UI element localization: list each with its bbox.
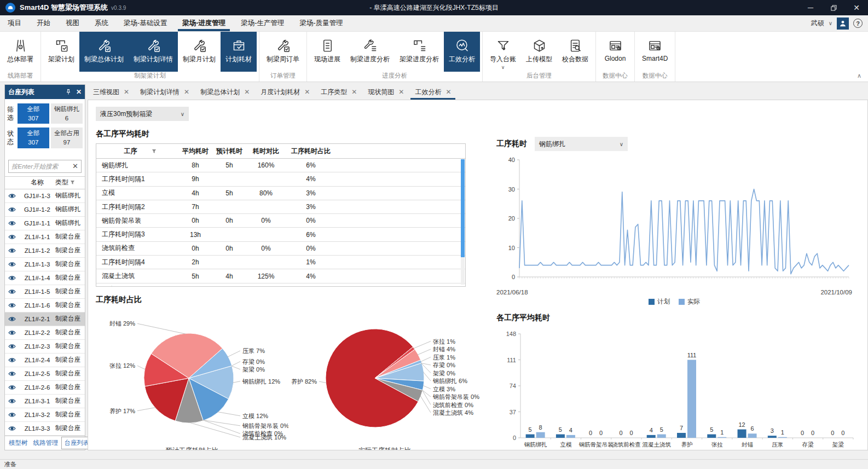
ribbon-button[interactable]: 上传模型	[521, 32, 557, 72]
pedestal-row[interactable]: ZL1#-1-2制梁台座	[5, 244, 85, 258]
eye-visibility-icon[interactable]	[5, 398, 19, 404]
col-header[interactable]: 平均耗时	[178, 147, 212, 156]
beam-type-dropdown[interactable]: 液压30m预制箱梁 ∨	[96, 107, 189, 121]
menu-item[interactable]: 梁场-生产管理	[233, 15, 292, 31]
menu-item[interactable]: 项目	[0, 15, 29, 31]
pedestal-row[interactable]: ZL1#-1-6制梁台座	[5, 299, 85, 312]
pedestal-row[interactable]: ZL1#-2-1制梁台座	[5, 312, 85, 326]
pedestal-row[interactable]: ZL1#-2-6制梁台座	[5, 381, 85, 395]
pin-icon[interactable]	[65, 89, 72, 95]
pedestal-row[interactable]: ZL1#-3-2制梁台座	[5, 408, 85, 422]
filter-rebar-button[interactable]: 钢筋绑扎 6	[51, 103, 83, 124]
eye-visibility-icon[interactable]	[5, 343, 19, 350]
table-row[interactable]: 钢筋绑扎8h5h160%6%	[96, 159, 465, 172]
pedestal-row[interactable]: GJ1#-1-2钢筋绑扎	[5, 203, 85, 217]
ribbon-button[interactable]: 计划耗材	[221, 32, 257, 72]
legend-item[interactable]: 计划	[649, 298, 670, 306]
pedestal-row[interactable]: ZL1#-3-1制梁台座	[5, 395, 85, 408]
ribbon-button[interactable]: 制梁月计划	[178, 32, 221, 72]
eye-visibility-icon[interactable]	[5, 329, 19, 336]
user-name[interactable]: 武硕	[811, 19, 824, 28]
ribbon-button[interactable]: 校合数据	[557, 32, 593, 72]
pedestal-row[interactable]: ZL1#-2-4制梁台座	[5, 354, 85, 367]
table-scrollbar[interactable]	[461, 159, 465, 285]
status-all-button[interactable]: 全部 307	[18, 128, 49, 148]
eye-visibility-icon[interactable]	[5, 384, 19, 391]
doc-tab[interactable]: 三维视图✕	[88, 84, 135, 100]
tab-close-icon[interactable]: ✕	[445, 88, 451, 96]
doc-tab[interactable]: 制梁计划详情✕	[135, 84, 195, 100]
eye-visibility-icon[interactable]	[5, 316, 19, 322]
menu-item[interactable]: 梁场-基础设置	[116, 15, 175, 31]
table-row[interactable]: 钢筋骨架吊装0h0h0%0%	[96, 214, 465, 228]
process-dropdown[interactable]: 钢筋绑扎 ∨	[535, 137, 628, 151]
menu-item[interactable]: 系统	[87, 15, 116, 31]
eye-visibility-icon[interactable]	[5, 247, 19, 254]
table-row[interactable]: 浇筑前检查0h0h0%0%	[96, 242, 465, 256]
ribbon-button[interactable]: Smart4D	[637, 32, 673, 72]
menu-item[interactable]: 开始	[29, 15, 58, 31]
restore-icon[interactable]	[822, 0, 845, 15]
minimize-icon[interactable]: ─	[799, 0, 822, 15]
legend-item[interactable]: 实际	[679, 298, 700, 306]
ribbon-button[interactable]: 制梁计划详情	[129, 32, 178, 72]
doc-tab[interactable]: 月度计划耗材✕	[255, 84, 315, 100]
menu-item[interactable]: 视图	[58, 15, 87, 31]
pedestal-row[interactable]: GJ1#-1-1钢筋绑扎	[5, 217, 85, 230]
menu-item[interactable]: 梁场-进度管理	[175, 15, 233, 31]
pedestal-row[interactable]: ZL1#-3-3制梁台座	[5, 422, 85, 436]
pedestal-row[interactable]: GJ1#-1-3钢筋绑扎	[5, 189, 85, 203]
pedestal-row[interactable]: ZL1#-1-1制梁台座	[5, 230, 85, 244]
ribbon-button[interactable]: 架梁计划	[43, 32, 79, 72]
doc-tab[interactable]: 工效分析✕	[409, 84, 456, 100]
table-row[interactable]: 立模4h5h80%3%	[96, 187, 465, 200]
column-name[interactable]: 名称	[19, 178, 55, 187]
eye-visibility-icon[interactable]	[5, 302, 19, 309]
pedestal-row[interactable]: ZL1#-2-2制梁台座	[5, 326, 85, 340]
filter-all-button[interactable]: 全部 307	[18, 103, 49, 124]
tab-close-icon[interactable]: ✕	[351, 88, 357, 96]
col-header[interactable]: 耗时对比	[246, 147, 286, 156]
tab-close-icon[interactable]: ✕	[304, 88, 310, 96]
ribbon-button[interactable]: 制梁进度分析	[345, 32, 395, 72]
pedestal-row[interactable]: ZL1#-1-5制梁台座	[5, 285, 85, 299]
eye-visibility-icon[interactable]	[5, 275, 19, 281]
eye-visibility-icon[interactable]	[5, 234, 19, 240]
ribbon-button[interactable]: 导入台账∨	[485, 32, 521, 72]
dock-tab[interactable]: 模型树	[6, 437, 31, 449]
eye-visibility-icon[interactable]	[5, 425, 19, 432]
pedestal-row[interactable]: ZL1#-2-5制梁台座	[5, 367, 85, 381]
table-row[interactable]: 工序耗时间隔19h4%	[96, 172, 465, 186]
eye-visibility-icon[interactable]	[5, 193, 19, 199]
table-row[interactable]: 工序耗时间隔50h2%	[96, 283, 465, 287]
ribbon-button[interactable]: 总体部署	[2, 32, 38, 72]
search-clear-icon[interactable]: ✕	[72, 162, 78, 170]
pedestal-row[interactable]: ZL1#-1-4制梁台座	[5, 271, 85, 285]
ribbon-button[interactable]: Glodon	[598, 32, 632, 72]
panel-close-icon[interactable]: ✕	[76, 88, 82, 96]
ribbon-button[interactable]: 制梁周订单	[262, 32, 304, 72]
eye-visibility-icon[interactable]	[5, 261, 19, 268]
pedestal-row[interactable]: ZL1#-2-3制梁台座	[5, 340, 85, 354]
tab-close-icon[interactable]: ✕	[398, 88, 404, 96]
pedestal-row[interactable]: ZL1#-1-3制梁台座	[5, 258, 85, 271]
eye-visibility-icon[interactable]	[5, 288, 19, 295]
eye-visibility-icon[interactable]	[5, 412, 19, 418]
eye-visibility-icon[interactable]	[5, 370, 19, 377]
tab-close-icon[interactable]: ✕	[124, 88, 129, 96]
close-icon[interactable]: ✕	[845, 0, 868, 15]
column-type[interactable]: 类型	[55, 178, 85, 187]
user-avatar[interactable]	[837, 18, 849, 30]
user-chevron-down-icon[interactable]: ∨	[829, 20, 832, 26]
ribbon-button[interactable]: 制梁总体计划	[79, 32, 129, 72]
help-icon[interactable]: ?	[853, 19, 863, 28]
table-row[interactable]: 工序耗时间隔313h6%	[96, 228, 465, 241]
doc-tab[interactable]: 现状简图✕	[362, 84, 409, 100]
col-header[interactable]: 预计耗时	[212, 147, 246, 156]
ribbon-button[interactable]: 架梁进度分析	[395, 32, 444, 72]
table-row[interactable]: 混凝土浇筑5h4h125%4%	[96, 269, 465, 283]
eye-visibility-icon[interactable]	[5, 220, 19, 227]
search-input[interactable]	[11, 163, 72, 170]
dock-tab[interactable]: 线路管理	[31, 437, 61, 449]
eye-visibility-icon[interactable]	[5, 357, 19, 363]
